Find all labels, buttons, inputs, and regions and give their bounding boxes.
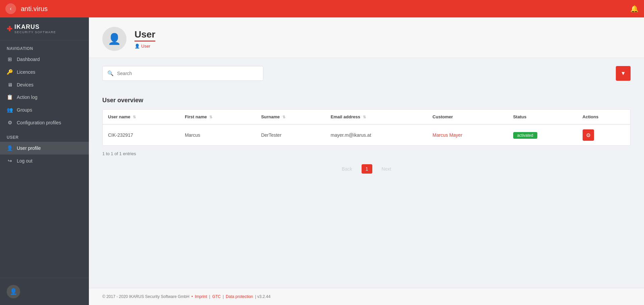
pagination-info: 1 to 1 of 1 entries: [102, 151, 631, 156]
col-email[interactable]: Email address ⇅: [325, 110, 427, 124]
page-1-button[interactable]: 1: [362, 164, 372, 174]
page-header-avatar: 👤: [102, 27, 126, 51]
sidebar-item-label: Licences: [17, 69, 35, 75]
footer-data-protection-link[interactable]: Data protection: [226, 294, 253, 299]
main-layout: ✚ IKARUS security software Navigation ⊞ …: [0, 17, 644, 305]
col-surname[interactable]: Surname ⇅: [256, 110, 325, 124]
sidebar-item-label: Configuration profiles: [17, 120, 61, 125]
col-actions: Actions: [577, 110, 630, 124]
user-table: User name ⇅ First name ⇅ Surname ⇅: [102, 109, 631, 146]
footer: © 2017 - 2020 IKARUS Security Software G…: [89, 288, 644, 305]
page-header: 👤 User 👤 User: [89, 17, 644, 58]
sort-icon: ⇅: [209, 115, 212, 119]
page-header-role: 👤 User: [135, 44, 155, 49]
user-profile-icon: 👤: [7, 145, 13, 151]
status-badge: activated: [513, 132, 537, 139]
footer-imprint-link[interactable]: Imprint: [195, 294, 207, 299]
log-out-icon: ↪: [7, 158, 13, 164]
sort-icon: ⇅: [363, 115, 366, 119]
licences-icon: 🔑: [7, 69, 13, 75]
sidebar-item-label: Action log: [17, 95, 37, 100]
dashboard-icon: ⊞: [7, 56, 13, 62]
footer-copyright: © 2017 - 2020 IKARUS Security Software G…: [102, 294, 190, 299]
col-customer[interactable]: Customer: [427, 110, 508, 124]
page-content: 🔍 ▼ User overview User name ⇅: [89, 58, 644, 288]
sidebar-item-label: Devices: [17, 82, 34, 87]
footer-separator1: |: [209, 294, 210, 299]
topbar-title: anti.virus: [21, 5, 630, 13]
next-page-button[interactable]: Next: [376, 164, 397, 174]
footer-version: | v3.2.44: [255, 294, 271, 299]
sidebar-avatar: 👤: [7, 285, 20, 298]
col-status: Status: [508, 110, 577, 124]
cell-status: activated: [508, 124, 577, 145]
logo-sub: security software: [14, 30, 56, 34]
col-firstname[interactable]: First name ⇅: [179, 110, 256, 124]
cell-firstname: Marcus: [179, 124, 256, 145]
sort-icon: ⇅: [133, 115, 136, 119]
sidebar-item-label: User profile: [17, 145, 41, 151]
sidebar: ✚ IKARUS security software Navigation ⊞ …: [0, 17, 89, 305]
topbar: ‹ anti.virus 🔔: [0, 0, 644, 17]
filter-icon: ▼: [621, 70, 626, 76]
user-section-label: User: [0, 129, 89, 142]
nav-section-label: Navigation: [0, 40, 89, 53]
sidebar-item-groups[interactable]: 👥 Groups: [0, 104, 89, 116]
header-avatar-icon: 👤: [108, 33, 121, 45]
sidebar-item-action-log[interactable]: 📋 Action log: [0, 91, 89, 104]
sidebar-bottom: 👤: [0, 278, 89, 305]
role-label: User: [141, 44, 150, 49]
footer-gtc-link[interactable]: GTC: [212, 294, 221, 299]
config-profiles-icon: ⚙: [7, 120, 13, 126]
main-content: 👤 User 👤 User 🔍 ▼: [89, 17, 644, 305]
page-header-info: User 👤 User: [135, 29, 155, 49]
table-header-row: User name ⇅ First name ⇅ Surname ⇅: [103, 110, 630, 124]
section-title: User overview: [102, 97, 631, 104]
devices-icon: 🖥: [7, 82, 13, 87]
filter-button[interactable]: ▼: [616, 66, 631, 81]
search-container: 🔍 ▼: [102, 66, 631, 89]
pagination: Back 1 Next: [102, 159, 631, 179]
logo-name: IKARUS: [14, 23, 56, 30]
search-icon: 🔍: [107, 70, 114, 76]
back-page-button[interactable]: Back: [336, 164, 358, 174]
avatar-icon: 👤: [10, 288, 17, 295]
groups-icon: 👥: [7, 107, 13, 113]
sidebar-item-licences[interactable]: 🔑 Licences: [0, 66, 89, 78]
cell-email: mayer.m@ikarus.at: [325, 124, 427, 145]
sidebar-item-devices[interactable]: 🖥 Devices: [0, 78, 89, 91]
bell-icon[interactable]: 🔔: [630, 5, 639, 13]
sort-icon: ⇅: [282, 115, 285, 119]
sidebar-item-configuration-profiles[interactable]: ⚙ Configuration profiles: [0, 116, 89, 129]
cell-username: CIK-232917: [103, 124, 179, 145]
back-icon: ‹: [10, 6, 11, 12]
table-row: CIK-232917 Marcus DerTester mayer.m@ikar…: [103, 124, 630, 145]
sidebar-item-label: Groups: [17, 107, 32, 113]
footer-dot: •: [192, 294, 193, 299]
sidebar-logo: ✚ IKARUS security software: [0, 17, 89, 40]
customer-link[interactable]: Marcus Mayer: [433, 132, 463, 138]
sidebar-item-label: Log out: [17, 158, 33, 164]
action-settings-button[interactable]: ⚙: [583, 129, 594, 141]
cell-customer: Marcus Mayer: [427, 124, 508, 145]
col-username[interactable]: User name ⇅: [103, 110, 179, 124]
page-title: User: [135, 29, 155, 42]
logo-cross-icon: ✚: [7, 25, 12, 33]
sidebar-item-log-out[interactable]: ↪ Log out: [0, 155, 89, 167]
back-button[interactable]: ‹: [5, 3, 16, 14]
cell-surname: DerTester: [256, 124, 325, 145]
search-input[interactable]: [117, 71, 258, 76]
action-log-icon: 📋: [7, 94, 13, 100]
sidebar-item-dashboard[interactable]: ⊞ Dashboard: [0, 53, 89, 66]
search-bar: 🔍: [102, 66, 263, 81]
sidebar-item-label: Dashboard: [17, 57, 40, 62]
sidebar-item-user-profile[interactable]: 👤 User profile: [0, 142, 89, 155]
settings-icon: ⚙: [586, 132, 591, 138]
cell-actions: ⚙: [577, 124, 630, 145]
footer-separator2: |: [223, 294, 224, 299]
role-icon: 👤: [135, 44, 140, 49]
